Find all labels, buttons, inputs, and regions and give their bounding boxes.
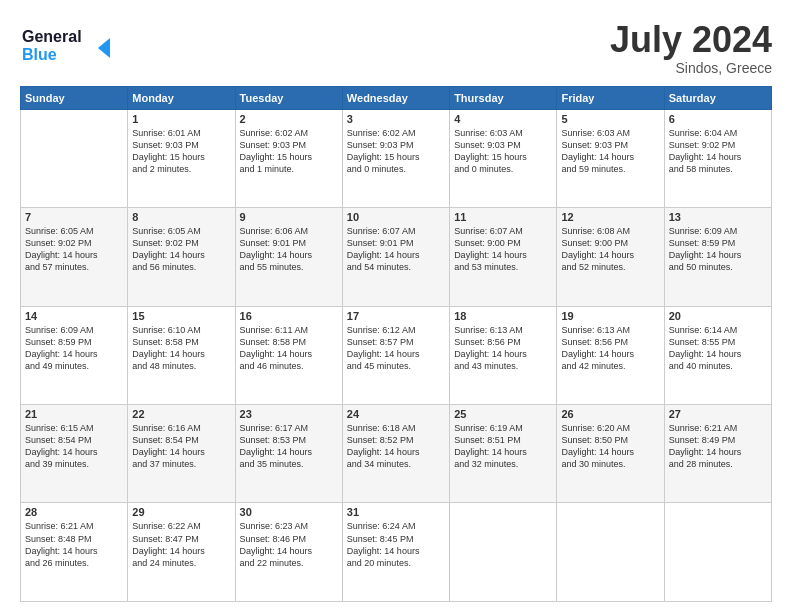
cell-info: Sunrise: 6:06 AM Sunset: 9:01 PM Dayligh… (240, 225, 338, 274)
calendar-cell (557, 503, 664, 602)
cell-info: Sunrise: 6:13 AM Sunset: 8:56 PM Dayligh… (561, 324, 659, 373)
day-number: 5 (561, 113, 659, 125)
day-number: 27 (669, 408, 767, 420)
cell-info: Sunrise: 6:23 AM Sunset: 8:46 PM Dayligh… (240, 520, 338, 569)
page: General Blue July 2024 Sindos, Greece Su… (0, 0, 792, 612)
calendar-cell: 28Sunrise: 6:21 AM Sunset: 8:48 PM Dayli… (21, 503, 128, 602)
day-number: 10 (347, 211, 445, 223)
cell-info: Sunrise: 6:09 AM Sunset: 8:59 PM Dayligh… (25, 324, 123, 373)
calendar-cell: 7Sunrise: 6:05 AM Sunset: 9:02 PM Daylig… (21, 208, 128, 306)
cell-info: Sunrise: 6:05 AM Sunset: 9:02 PM Dayligh… (132, 225, 230, 274)
cell-info: Sunrise: 6:16 AM Sunset: 8:54 PM Dayligh… (132, 422, 230, 471)
cell-info: Sunrise: 6:02 AM Sunset: 9:03 PM Dayligh… (240, 127, 338, 176)
day-number: 3 (347, 113, 445, 125)
day-number: 16 (240, 310, 338, 322)
calendar-cell: 11Sunrise: 6:07 AM Sunset: 9:00 PM Dayli… (450, 208, 557, 306)
cell-info: Sunrise: 6:07 AM Sunset: 9:01 PM Dayligh… (347, 225, 445, 274)
cell-info: Sunrise: 6:17 AM Sunset: 8:53 PM Dayligh… (240, 422, 338, 471)
cell-info: Sunrise: 6:21 AM Sunset: 8:49 PM Dayligh… (669, 422, 767, 471)
calendar-cell: 18Sunrise: 6:13 AM Sunset: 8:56 PM Dayli… (450, 306, 557, 404)
day-number: 7 (25, 211, 123, 223)
day-number: 24 (347, 408, 445, 420)
day-number: 17 (347, 310, 445, 322)
cell-info: Sunrise: 6:08 AM Sunset: 9:00 PM Dayligh… (561, 225, 659, 274)
calendar-cell: 21Sunrise: 6:15 AM Sunset: 8:54 PM Dayli… (21, 405, 128, 503)
day-number: 25 (454, 408, 552, 420)
calendar-cell (21, 109, 128, 207)
cell-info: Sunrise: 6:12 AM Sunset: 8:57 PM Dayligh… (347, 324, 445, 373)
calendar-cell: 22Sunrise: 6:16 AM Sunset: 8:54 PM Dayli… (128, 405, 235, 503)
cell-info: Sunrise: 6:15 AM Sunset: 8:54 PM Dayligh… (25, 422, 123, 471)
weekday-header-thursday: Thursday (450, 86, 557, 109)
cell-info: Sunrise: 6:03 AM Sunset: 9:03 PM Dayligh… (454, 127, 552, 176)
day-number: 26 (561, 408, 659, 420)
weekday-header-row: SundayMondayTuesdayWednesdayThursdayFrid… (21, 86, 772, 109)
day-number: 22 (132, 408, 230, 420)
cell-info: Sunrise: 6:14 AM Sunset: 8:55 PM Dayligh… (669, 324, 767, 373)
cell-info: Sunrise: 6:10 AM Sunset: 8:58 PM Dayligh… (132, 324, 230, 373)
day-number: 2 (240, 113, 338, 125)
calendar-cell: 27Sunrise: 6:21 AM Sunset: 8:49 PM Dayli… (664, 405, 771, 503)
calendar-cell: 1Sunrise: 6:01 AM Sunset: 9:03 PM Daylig… (128, 109, 235, 207)
calendar-cell: 24Sunrise: 6:18 AM Sunset: 8:52 PM Dayli… (342, 405, 449, 503)
svg-text:General: General (22, 28, 82, 45)
calendar-cell (664, 503, 771, 602)
calendar-cell: 16Sunrise: 6:11 AM Sunset: 8:58 PM Dayli… (235, 306, 342, 404)
cell-info: Sunrise: 6:19 AM Sunset: 8:51 PM Dayligh… (454, 422, 552, 471)
day-number: 15 (132, 310, 230, 322)
calendar-cell: 23Sunrise: 6:17 AM Sunset: 8:53 PM Dayli… (235, 405, 342, 503)
location-subtitle: Sindos, Greece (610, 60, 772, 76)
cell-info: Sunrise: 6:11 AM Sunset: 8:58 PM Dayligh… (240, 324, 338, 373)
cell-info: Sunrise: 6:07 AM Sunset: 9:00 PM Dayligh… (454, 225, 552, 274)
day-number: 31 (347, 506, 445, 518)
calendar-cell: 8Sunrise: 6:05 AM Sunset: 9:02 PM Daylig… (128, 208, 235, 306)
calendar-cell: 12Sunrise: 6:08 AM Sunset: 9:00 PM Dayli… (557, 208, 664, 306)
cell-info: Sunrise: 6:24 AM Sunset: 8:45 PM Dayligh… (347, 520, 445, 569)
calendar-cell: 6Sunrise: 6:04 AM Sunset: 9:02 PM Daylig… (664, 109, 771, 207)
week-row-2: 7Sunrise: 6:05 AM Sunset: 9:02 PM Daylig… (21, 208, 772, 306)
day-number: 30 (240, 506, 338, 518)
calendar-cell: 2Sunrise: 6:02 AM Sunset: 9:03 PM Daylig… (235, 109, 342, 207)
week-row-3: 14Sunrise: 6:09 AM Sunset: 8:59 PM Dayli… (21, 306, 772, 404)
week-row-5: 28Sunrise: 6:21 AM Sunset: 8:48 PM Dayli… (21, 503, 772, 602)
svg-text:Blue: Blue (22, 46, 57, 63)
cell-info: Sunrise: 6:05 AM Sunset: 9:02 PM Dayligh… (25, 225, 123, 274)
calendar-cell: 29Sunrise: 6:22 AM Sunset: 8:47 PM Dayli… (128, 503, 235, 602)
day-number: 11 (454, 211, 552, 223)
cell-info: Sunrise: 6:04 AM Sunset: 9:02 PM Dayligh… (669, 127, 767, 176)
day-number: 19 (561, 310, 659, 322)
calendar-cell: 31Sunrise: 6:24 AM Sunset: 8:45 PM Dayli… (342, 503, 449, 602)
day-number: 8 (132, 211, 230, 223)
logo: General Blue (20, 20, 120, 69)
calendar-cell: 25Sunrise: 6:19 AM Sunset: 8:51 PM Dayli… (450, 405, 557, 503)
month-title: July 2024 (610, 20, 772, 60)
day-number: 29 (132, 506, 230, 518)
calendar-cell: 19Sunrise: 6:13 AM Sunset: 8:56 PM Dayli… (557, 306, 664, 404)
calendar-cell: 9Sunrise: 6:06 AM Sunset: 9:01 PM Daylig… (235, 208, 342, 306)
calendar-cell: 14Sunrise: 6:09 AM Sunset: 8:59 PM Dayli… (21, 306, 128, 404)
calendar-cell: 17Sunrise: 6:12 AM Sunset: 8:57 PM Dayli… (342, 306, 449, 404)
day-number: 1 (132, 113, 230, 125)
calendar-cell: 13Sunrise: 6:09 AM Sunset: 8:59 PM Dayli… (664, 208, 771, 306)
day-number: 21 (25, 408, 123, 420)
day-number: 28 (25, 506, 123, 518)
title-block: July 2024 Sindos, Greece (610, 20, 772, 76)
calendar-cell: 26Sunrise: 6:20 AM Sunset: 8:50 PM Dayli… (557, 405, 664, 503)
weekday-header-wednesday: Wednesday (342, 86, 449, 109)
logo-icon: General Blue (20, 20, 120, 65)
day-number: 20 (669, 310, 767, 322)
calendar-cell: 4Sunrise: 6:03 AM Sunset: 9:03 PM Daylig… (450, 109, 557, 207)
day-number: 18 (454, 310, 552, 322)
cell-info: Sunrise: 6:03 AM Sunset: 9:03 PM Dayligh… (561, 127, 659, 176)
calendar-cell: 30Sunrise: 6:23 AM Sunset: 8:46 PM Dayli… (235, 503, 342, 602)
day-number: 6 (669, 113, 767, 125)
header: General Blue July 2024 Sindos, Greece (20, 20, 772, 76)
cell-info: Sunrise: 6:09 AM Sunset: 8:59 PM Dayligh… (669, 225, 767, 274)
week-row-4: 21Sunrise: 6:15 AM Sunset: 8:54 PM Dayli… (21, 405, 772, 503)
cell-info: Sunrise: 6:13 AM Sunset: 8:56 PM Dayligh… (454, 324, 552, 373)
calendar-cell: 15Sunrise: 6:10 AM Sunset: 8:58 PM Dayli… (128, 306, 235, 404)
cell-info: Sunrise: 6:21 AM Sunset: 8:48 PM Dayligh… (25, 520, 123, 569)
day-number: 23 (240, 408, 338, 420)
weekday-header-monday: Monday (128, 86, 235, 109)
day-number: 13 (669, 211, 767, 223)
